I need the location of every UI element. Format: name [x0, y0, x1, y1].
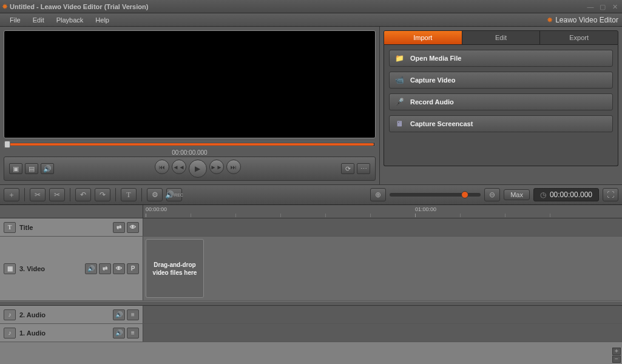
brand-text: Leawo Video Editor	[555, 16, 618, 24]
timeline-counter: ◷ 00:00:00.000	[533, 188, 599, 201]
video-drop-zone[interactable]: Drag-and-drop video files here	[146, 239, 204, 298]
window-title: Untitled - Leawo Video Editor (Trial Ver…	[10, 3, 585, 10]
undo-button[interactable]: ↶	[75, 188, 91, 201]
track-separator	[0, 301, 622, 306]
timeline-toolbar: ＋ ✂ ✂ ↶ ↷ T ⚙ 🔊REC ⊕ ⊖ Max ◷ 00:00:00.00…	[0, 184, 622, 205]
audio2-mute-button[interactable]: 🔊	[113, 309, 125, 320]
preview-panel: 00:00:00.000 ▣ ▤ 🔊 ⏮ ◄◄ ▶ ►► ⏭ ⟳ ⋯	[0, 27, 379, 184]
brand-label: ✸ Leawo Video Editor	[547, 16, 618, 24]
menu-help[interactable]: Help	[89, 15, 115, 25]
menu-edit[interactable]: Edit	[27, 15, 50, 25]
text-tool-button[interactable]: T	[121, 188, 137, 201]
title-visibility-button[interactable]: 👁	[127, 222, 139, 233]
zoom-thumb-icon[interactable]	[461, 191, 468, 198]
track-audio-1: ♪ 1. Audio 🔊 ≡	[0, 324, 622, 342]
titlebar: ✸ Untitled - Leawo Video Editor (Trial V…	[0, 0, 622, 13]
capture-screencast-button[interactable]: 🖥 Capture Screencast	[389, 115, 613, 132]
app-logo-icon: ✸	[2, 2, 8, 11]
cut-left-button[interactable]: ✂	[30, 188, 46, 201]
title-track-body[interactable]	[143, 218, 622, 236]
goto-start-button[interactable]: ⏮	[155, 160, 169, 174]
open-media-label: Open Media File	[410, 55, 461, 62]
video-properties-button[interactable]: P	[127, 263, 139, 274]
microphone-icon: 🎤	[394, 97, 404, 107]
frame-back-button[interactable]: ◄◄	[172, 160, 186, 174]
audio1-track-body[interactable]	[143, 324, 622, 342]
video-track-icon: ▦	[4, 263, 16, 274]
minimize-button[interactable]: —	[585, 2, 596, 11]
track-audio-2: ♪ 2. Audio 🔊 ≡	[0, 306, 622, 324]
timeline-ruler[interactable]: 00:00:00 01:00:00	[0, 205, 622, 218]
menu-playback[interactable]: Playback	[50, 15, 90, 25]
frame-forward-button[interactable]: ►►	[209, 160, 224, 174]
tab-export[interactable]: Export	[540, 31, 618, 44]
maximize-button[interactable]: ▢	[597, 2, 608, 11]
loop-button[interactable]: ⟳	[341, 163, 354, 174]
capture-video-button[interactable]: 📹 Capture Video	[389, 72, 613, 89]
close-button[interactable]: ✕	[609, 2, 620, 11]
title-link-button[interactable]: ⇄	[113, 222, 125, 233]
zoom-max-button[interactable]: Max	[504, 189, 530, 200]
record-audio-label: Record Audio	[410, 98, 454, 106]
ruler-tick-0: 00:00:00	[146, 206, 167, 212]
seek-thumb-icon[interactable]	[4, 141, 10, 148]
video-mute-button[interactable]: 🔊	[85, 263, 97, 274]
expand-button[interactable]: ⛶	[603, 188, 618, 201]
menubar: File Edit Playback Help ✸ Leawo Video Ed…	[0, 13, 622, 27]
goto-end-button[interactable]: ⏭	[226, 160, 241, 174]
capture-video-label: Capture Video	[410, 76, 455, 84]
volume-button[interactable]: 🔊	[41, 163, 54, 174]
audio1-track-icon: ♪	[4, 328, 16, 339]
video-track-body[interactable]: Drag-and-drop video files here	[143, 237, 622, 300]
video-track-label: 3. Video	[19, 265, 81, 272]
track-video: ▦ 3. Video 🔊 ⇄ 👁 P Drag-and-drop video f…	[0, 237, 622, 301]
preview-timecode: 00:00:00.000	[154, 149, 226, 156]
cut-right-button[interactable]: ✂	[49, 188, 65, 201]
fullscreen-preview-button[interactable]: ▣	[9, 163, 22, 174]
menu-file[interactable]: File	[4, 15, 27, 25]
zoom-out-button[interactable]: ⊖	[484, 188, 500, 201]
remove-track-button[interactable]: −	[612, 356, 621, 363]
title-track-icon: T	[4, 222, 16, 233]
preview-video[interactable]	[4, 30, 376, 138]
play-button[interactable]: ▶	[189, 160, 207, 178]
audio2-volume-button[interactable]: ≡	[127, 309, 139, 320]
add-button[interactable]: ＋	[4, 188, 19, 201]
adjust-button[interactable]: ⚙	[147, 188, 163, 201]
right-panel: Import Edit Export 📁 Open Media File 📹 C…	[379, 27, 622, 184]
redo-button[interactable]: ↷	[95, 188, 110, 201]
monitor-icon: 🖥	[394, 119, 404, 129]
camera-icon: 📹	[394, 75, 404, 85]
add-track-button[interactable]: +	[612, 348, 621, 355]
audio1-mute-button[interactable]: 🔊	[113, 328, 125, 339]
zoom-slider[interactable]	[390, 193, 481, 197]
zoom-in-button[interactable]: ⊕	[370, 188, 386, 201]
tab-import[interactable]: Import	[384, 31, 462, 44]
record-audio-button[interactable]: 🎤 Record Audio	[389, 93, 613, 110]
audio2-track-body[interactable]	[143, 306, 622, 323]
transport-bar: ▣ ▤ 🔊 ⏮ ◄◄ ▶ ►► ⏭ ⟳ ⋯	[4, 157, 376, 181]
audio1-track-label: 1. Audio	[19, 329, 109, 337]
counter-value: 00:00:00.000	[550, 190, 592, 199]
title-track-label: Title	[19, 224, 109, 231]
brand-icon: ✸	[547, 16, 553, 24]
preview-seek-slider[interactable]	[4, 142, 376, 147]
folder-icon: 📁	[394, 53, 404, 63]
tab-edit[interactable]: Edit	[462, 31, 541, 44]
snapshot-button[interactable]: ▤	[25, 163, 38, 174]
video-visibility-button[interactable]: 👁	[113, 263, 125, 274]
voiceover-button[interactable]: 🔊REC	[166, 188, 182, 201]
timeline: T Title ⇄ 👁 ▦ 3. Video 🔊 ⇄ 👁 P Drag-and-…	[0, 218, 622, 364]
capture-screencast-label: Capture Screencast	[410, 120, 473, 127]
ruler-tick-1: 01:00:00	[415, 206, 436, 212]
settings-button[interactable]: ⋯	[357, 163, 370, 174]
audio2-track-icon: ♪	[4, 309, 16, 320]
clock-icon: ◷	[540, 190, 546, 199]
track-title: T Title ⇄ 👁	[0, 218, 622, 237]
audio2-track-label: 2. Audio	[19, 311, 109, 318]
open-media-file-button[interactable]: 📁 Open Media File	[389, 50, 613, 67]
audio1-volume-button[interactable]: ≡	[127, 328, 139, 339]
video-link-button[interactable]: ⇄	[99, 263, 111, 274]
